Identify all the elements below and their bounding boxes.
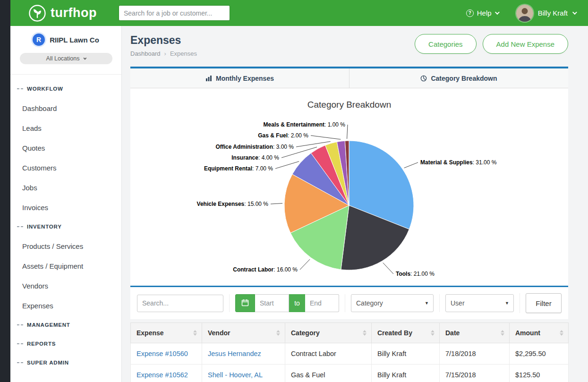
table-row: Expense #10562 Shell - Hoover, AL Gas & … — [131, 365, 569, 382]
vendor-link[interactable]: Jesus Hernandez — [208, 350, 261, 357]
pie-slice-label: Insurance: 4.00 % — [231, 154, 279, 161]
sidebar-section-label: REPORTS — [27, 341, 56, 347]
sidebar-section-label: SUPER ADMIN — [27, 360, 69, 365]
topbar-right: ? Help Billy Kraft — [466, 5, 588, 22]
date-cell: 7/15/2018 — [440, 365, 510, 382]
category-filter-select[interactable]: Category ▼ — [351, 294, 434, 312]
filter-button[interactable]: Filter — [526, 293, 562, 313]
tree-dash-icon — [17, 324, 23, 325]
breadcrumb-current: Expenses — [170, 50, 197, 57]
sort-icon[interactable] — [276, 330, 280, 336]
sort-icon[interactable] — [193, 330, 197, 336]
amount-cell: $2,295.50 — [510, 343, 569, 365]
sidebar-section-management[interactable]: MANAGEMENT — [10, 315, 121, 334]
user-select[interactable]: User — [446, 295, 513, 312]
sidebar-item-assets-equipment[interactable]: Assets / Equipment — [10, 256, 121, 276]
sidebar-nav: WORKFLOW Dashboard Leads Quotes Customer… — [10, 75, 121, 372]
column-header-created-by[interactable]: Created By — [372, 323, 440, 343]
start-date-input[interactable] — [255, 294, 289, 312]
created-by-cell: Billy Kraft — [372, 343, 440, 365]
table-search-input[interactable] — [137, 295, 223, 312]
location-selector[interactable]: All Locations — [20, 53, 112, 64]
tab-category-breakdown[interactable]: Category Breakdown — [349, 68, 568, 88]
help-question-icon: ? — [466, 9, 474, 17]
categories-button[interactable]: Categories — [415, 34, 477, 54]
column-header-expense[interactable]: Expense — [131, 323, 202, 343]
user-menu[interactable]: Billy Kraft — [516, 5, 576, 22]
breadcrumb-separator-icon: › — [164, 50, 166, 57]
add-new-expense-button[interactable]: Add New Expense — [483, 34, 568, 54]
sidebar-item-label: Vendors — [22, 282, 48, 290]
expense-link[interactable]: Expense #10560 — [136, 350, 188, 357]
tab-label: Category Breakdown — [431, 75, 497, 82]
table-row: Expense #10560 Jesus Hernandez Contract … — [131, 343, 569, 365]
sidebar-item-customers[interactable]: Customers — [10, 158, 121, 178]
sidebar-item-label: Invoices — [22, 204, 48, 212]
company-name: RIIPL Lawn Co — [50, 36, 99, 44]
pie-label-leader-line — [271, 204, 282, 204]
sidebar-item-products-services[interactable]: Products / Services — [10, 236, 121, 256]
category-select[interactable]: Category — [351, 295, 433, 312]
page-title: Expenses — [130, 34, 197, 47]
left-edge-strip — [0, 0, 10, 382]
pie-slice-label: Equipment Rental: 7.00 % — [204, 165, 273, 172]
sidebar-item-vendors[interactable]: Vendors — [10, 276, 121, 296]
amount-cell: $125.50 — [510, 365, 569, 382]
expense-view-tabs: Monthly Expenses Category Breakdown — [130, 67, 568, 88]
user-filter-select[interactable]: User ▼ — [445, 294, 514, 312]
sort-icon[interactable] — [431, 330, 435, 336]
chevron-down-icon — [495, 10, 500, 15]
tree-dash-icon — [17, 343, 23, 344]
sidebar-item-quotes[interactable]: Quotes — [10, 138, 121, 158]
breadcrumb-dashboard[interactable]: Dashboard — [130, 50, 161, 57]
column-header-label: Expense — [136, 329, 164, 337]
page-header: Expenses Dashboard › Expenses Categories… — [130, 34, 568, 57]
company-selector[interactable]: R RIIPL Lawn Co — [10, 34, 121, 46]
sidebar-section-reports[interactable]: REPORTS — [10, 334, 121, 353]
sort-icon[interactable] — [363, 330, 366, 336]
avatar — [516, 5, 533, 22]
tree-dash-icon — [17, 362, 23, 363]
global-search-input[interactable] — [119, 5, 230, 21]
sidebar-section-inventory[interactable]: INVENTORY — [10, 217, 121, 236]
sidebar-item-label: Customers — [22, 164, 57, 172]
sidebar: R RIIPL Lawn Co All Locations WORKFLOW D… — [10, 26, 122, 382]
column-header-vendor[interactable]: Vendor — [202, 323, 285, 343]
column-header-label: Amount — [515, 329, 540, 337]
sidebar-item-expenses[interactable]: Expenses — [10, 296, 121, 315]
tab-label: Monthly Expenses — [216, 75, 274, 82]
sort-icon[interactable] — [560, 330, 563, 336]
sidebar-item-dashboard[interactable]: Dashboard — [10, 98, 121, 118]
pie-slice-label: Gas & Fuel: 2.00 % — [258, 132, 308, 139]
sidebar-section-super-admin[interactable]: SUPER ADMIN — [10, 353, 121, 372]
end-date-input[interactable] — [305, 294, 339, 312]
company-block: R RIIPL Lawn Co All Locations — [10, 26, 121, 75]
sidebar-item-invoices[interactable]: Invoices — [10, 197, 121, 217]
pie-label-leader-line — [300, 259, 310, 270]
tab-monthly-expenses[interactable]: Monthly Expenses — [130, 68, 349, 88]
pie-label-leader-line — [347, 125, 348, 139]
tree-dash-icon — [17, 88, 23, 89]
page-actions: Categories Add New Expense — [415, 34, 568, 54]
column-header-date[interactable]: Date — [440, 323, 510, 343]
sidebar-item-label: Products / Services — [22, 242, 83, 250]
brand-name: turfhop — [51, 6, 97, 20]
category-breakdown-chart: Category Breakdown Material & Supplies: … — [130, 88, 568, 286]
sidebar-item-leads[interactable]: Leads — [10, 118, 121, 138]
sidebar-item-jobs[interactable]: Jobs — [10, 178, 121, 197]
vendor-link[interactable]: Shell - Hoover, AL — [208, 371, 263, 379]
help-menu[interactable]: ? Help — [466, 9, 498, 17]
bar-chart-icon — [205, 75, 212, 82]
column-header-amount[interactable]: Amount — [510, 323, 569, 343]
expense-link[interactable]: Expense #10562 — [136, 371, 188, 379]
app-logo[interactable]: turfhop — [28, 4, 97, 22]
location-selector-label: All Locations — [46, 55, 80, 62]
sidebar-section-label: INVENTORY — [27, 224, 62, 229]
category-cell: Gas & Fuel — [285, 365, 372, 382]
sort-icon[interactable] — [501, 330, 504, 336]
date-picker-button[interactable] — [235, 294, 255, 312]
column-header-category[interactable]: Category — [285, 323, 372, 343]
column-header-label: Created By — [377, 329, 412, 337]
category-cell: Contract Labor — [285, 343, 372, 365]
sidebar-section-workflow[interactable]: WORKFLOW — [10, 79, 121, 98]
